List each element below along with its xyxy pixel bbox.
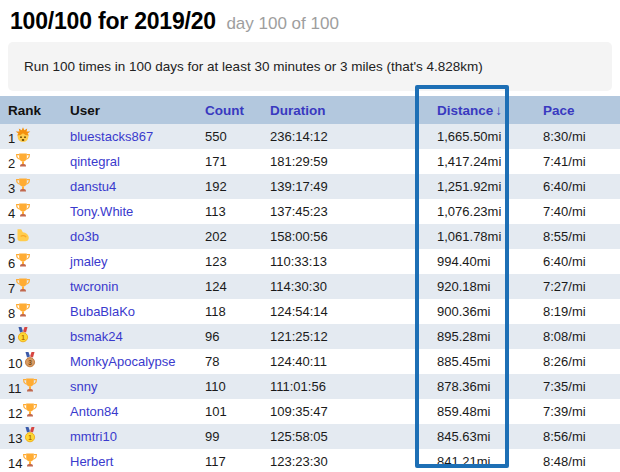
count-value: 113 bbox=[197, 199, 262, 224]
distance-value: 885.45mi bbox=[429, 349, 535, 374]
count-value: 123 bbox=[197, 249, 262, 274]
column-header-count[interactable]: Count bbox=[197, 96, 262, 124]
table-row: 12 Anton84 101 109:35:47 859.48mi 7:39/m… bbox=[0, 399, 620, 424]
duration-value: 110:33:13 bbox=[262, 249, 429, 274]
distance-value: 1,061.78mi bbox=[429, 224, 535, 249]
user-link[interactable]: Anton84 bbox=[70, 404, 118, 419]
pace-value: 8:30/mi bbox=[535, 124, 620, 149]
pace-value: 7:35/mi bbox=[535, 374, 620, 399]
rank-cell: 7 bbox=[8, 281, 31, 296]
count-value: 118 bbox=[197, 299, 262, 324]
rank-cell: 12 bbox=[8, 406, 38, 421]
user-link[interactable]: jmaley bbox=[70, 254, 108, 269]
column-header-pace[interactable]: Pace bbox=[535, 96, 620, 124]
duration-value: 114:30:30 bbox=[262, 274, 429, 299]
table-row: 3 danstu4 192 139:17:49 1,251.92mi 6:40/… bbox=[0, 174, 620, 199]
user-link[interactable]: MonkyApocalypse bbox=[70, 354, 176, 369]
duration-value: 137:45:23 bbox=[262, 199, 429, 224]
rank-number: 11 bbox=[8, 381, 22, 396]
trophy-icon bbox=[22, 452, 38, 468]
column-header-duration[interactable]: Duration bbox=[262, 96, 429, 124]
rank-cell: 103 bbox=[8, 356, 38, 371]
table-row: 4 Tony.White 113 137:45:23 1,076.23mi 7:… bbox=[0, 199, 620, 224]
table-row: 8 BubaBlaKo 118 124:54:14 900.36mi 8:19/… bbox=[0, 299, 620, 324]
rank-number: 10 bbox=[8, 356, 22, 371]
distance-value: 841.21mi bbox=[429, 449, 535, 472]
table-row: 103 MonkyApocalypse 78 124:40:11 885.45m… bbox=[0, 349, 620, 374]
user-link[interactable]: do3b bbox=[70, 229, 99, 244]
column-header-distance[interactable]: Distance↓ bbox=[429, 96, 535, 124]
table-row: 5 do3b 202 158:00:56 1,061.78mi 8:55/mi bbox=[0, 224, 620, 249]
trophy-icon bbox=[15, 252, 31, 268]
trophy-icon bbox=[15, 302, 31, 318]
count-value: 78 bbox=[197, 349, 262, 374]
leaderboard-table: Rank User Count Duration Distance↓ Pace … bbox=[0, 96, 620, 472]
duration-value: 125:58:05 bbox=[262, 424, 429, 449]
pace-value: 7:41/mi bbox=[535, 149, 620, 174]
user-link[interactable]: danstu4 bbox=[70, 179, 116, 194]
rank-number: 13 bbox=[8, 431, 22, 446]
distance-value: 1,251.92mi bbox=[429, 174, 535, 199]
user-link[interactable]: Herbert bbox=[70, 454, 113, 469]
distance-value: 845.63mi bbox=[429, 424, 535, 449]
table-row: 2 qintegral 171 181:29:59 1,417.24mi 7:4… bbox=[0, 149, 620, 174]
rank-number: 1 bbox=[8, 131, 15, 146]
pace-value: 8:48/mi bbox=[535, 449, 620, 472]
count-value: 101 bbox=[197, 399, 262, 424]
user-link[interactable]: snny bbox=[70, 379, 97, 394]
page-title: 100/100 for 2019/20 bbox=[10, 8, 216, 34]
pace-value: 7:40/mi bbox=[535, 199, 620, 224]
rank-number: 6 bbox=[8, 256, 15, 271]
user-link[interactable]: bluestacks867 bbox=[70, 129, 153, 144]
sort-descending-icon: ↓ bbox=[495, 103, 502, 118]
distance-value: 994.40mi bbox=[429, 249, 535, 274]
pace-value: 6:40/mi bbox=[535, 174, 620, 199]
pace-value: 7:27/mi bbox=[535, 274, 620, 299]
table-row: 1 bluestacks867 550 236:14:12 1,665.50mi… bbox=[0, 124, 620, 149]
count-value: 110 bbox=[197, 374, 262, 399]
rank-cell: 8 bbox=[8, 306, 31, 321]
rank-number: 3 bbox=[8, 181, 15, 196]
user-link[interactable]: twcronin bbox=[70, 279, 118, 294]
duration-value: 121:25:12 bbox=[262, 324, 429, 349]
svg-text:3: 3 bbox=[29, 359, 33, 366]
distance-value: 1,417.24mi bbox=[429, 149, 535, 174]
trophy-icon bbox=[22, 377, 38, 393]
distance-value: 878.36mi bbox=[429, 374, 535, 399]
trophy-icon bbox=[15, 152, 31, 168]
user-link[interactable]: mmtri10 bbox=[70, 429, 117, 444]
duration-value: 124:40:11 bbox=[262, 349, 429, 374]
svg-text:1: 1 bbox=[29, 434, 33, 441]
rank-cell: 5 bbox=[8, 231, 31, 246]
rank-cell: 11 bbox=[8, 381, 38, 396]
page-header: 100/100 for 2019/20 day 100 of 100 bbox=[0, 0, 620, 42]
count-value: 124 bbox=[197, 274, 262, 299]
duration-value: 123:23:30 bbox=[262, 449, 429, 472]
exploding-head-icon bbox=[15, 127, 31, 143]
table-row: 11 snny 110 111:01:56 878.36mi 7:35/mi bbox=[0, 374, 620, 399]
pace-value: 8:08/mi bbox=[535, 324, 620, 349]
user-link[interactable]: qintegral bbox=[70, 154, 120, 169]
trophy-icon bbox=[15, 202, 31, 218]
pace-value: 7:39/mi bbox=[535, 399, 620, 424]
user-link[interactable]: bsmak24 bbox=[70, 329, 123, 344]
rank-number: 7 bbox=[8, 281, 15, 296]
duration-value: 158:00:56 bbox=[262, 224, 429, 249]
rank-number: 8 bbox=[8, 306, 15, 321]
table-row: 6 jmaley 123 110:33:13 994.40mi 6:40/mi bbox=[0, 249, 620, 274]
distance-value: 900.36mi bbox=[429, 299, 535, 324]
count-value: 550 bbox=[197, 124, 262, 149]
user-link[interactable]: Tony.White bbox=[70, 204, 133, 219]
table-row: 131 mmtri10 99 125:58:05 845.63mi 8:56/m… bbox=[0, 424, 620, 449]
leaderboard-page: 100/100 for 2019/20 day 100 of 100 Run 1… bbox=[0, 0, 620, 472]
rank-number: 4 bbox=[8, 206, 15, 221]
user-link[interactable]: BubaBlaKo bbox=[70, 304, 135, 319]
rank-cell: 1 bbox=[8, 131, 31, 146]
rank-number: 9 bbox=[8, 331, 15, 346]
pace-value: 8:55/mi bbox=[535, 224, 620, 249]
duration-value: 236:14:12 bbox=[262, 124, 429, 149]
count-value: 202 bbox=[197, 224, 262, 249]
rank-cell: 91 bbox=[8, 331, 31, 346]
distance-value: 895.28mi bbox=[429, 324, 535, 349]
challenge-description: Run 100 times in 100 days for at least 3… bbox=[8, 42, 612, 91]
